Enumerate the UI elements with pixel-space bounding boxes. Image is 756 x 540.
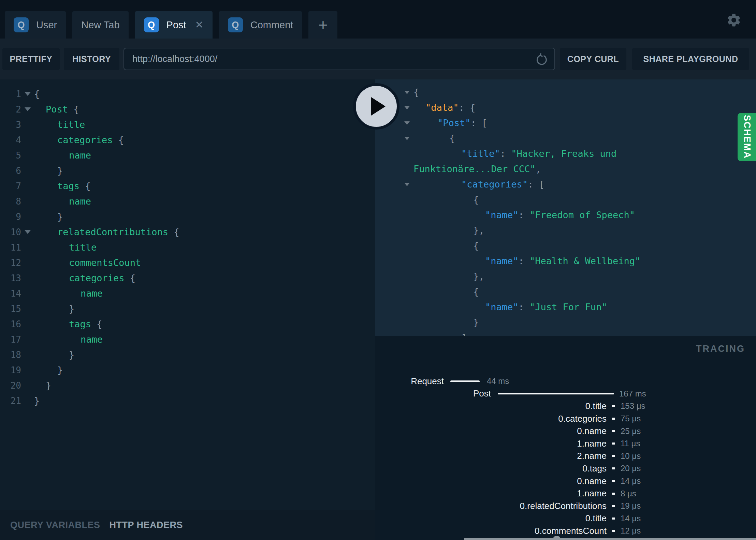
tracing-rows: Request44 msPost167 ms0.title153 μs0.cat… <box>375 375 756 537</box>
new-tab-button[interactable]: + <box>308 11 337 39</box>
code-token: "Just For Fun" <box>529 302 607 312</box>
reload-icon[interactable] <box>535 53 548 66</box>
query-code: title <box>34 242 97 253</box>
line-number: 2 <box>0 104 21 115</box>
line-number: 1 <box>0 89 21 99</box>
response-code: "name": "Just For Fun" <box>375 302 607 312</box>
endpoint-url-field <box>123 48 555 70</box>
fold-arrow-icon[interactable] <box>404 121 410 125</box>
response-line: "name": "Freedom of Speech" <box>375 207 756 223</box>
response-line: "title": "Hacker, Freaks und <box>375 146 756 161</box>
fold-arrow-icon[interactable] <box>404 137 410 140</box>
code-token: } <box>69 303 74 314</box>
code-token: } <box>46 380 51 391</box>
query-code: tags { <box>34 319 102 329</box>
response-line: }, <box>375 269 756 284</box>
code-token: name <box>81 288 103 299</box>
code-token: "name" <box>485 256 519 266</box>
tab-comment[interactable]: QComment <box>219 11 302 39</box>
response-code: "name": "Freedom of Speech" <box>375 210 635 220</box>
trace-label: 0.title <box>375 401 607 411</box>
query-editor[interactable]: 1{2Post {3title4categories {5name6}7tags… <box>0 79 375 510</box>
code-token: { <box>91 319 102 329</box>
query-line: 11title <box>0 240 375 255</box>
code-token: "Post" <box>437 118 471 128</box>
response-code: }, <box>375 271 484 282</box>
response-code: { <box>375 286 479 297</box>
fold-arrow-icon[interactable] <box>25 107 31 111</box>
endpoint-url-input[interactable] <box>124 54 520 64</box>
response-code: ] <box>375 332 467 336</box>
share-playground-button[interactable]: SHARE PLAYGROUND <box>632 48 749 70</box>
tab-label: Post <box>166 19 186 31</box>
code-token: { <box>113 135 124 145</box>
trace-row: 0.categories75 μs <box>375 412 756 425</box>
trace-duration: 44 ms <box>487 376 509 386</box>
trace-row: 0.name14 μs <box>375 475 756 487</box>
query-code: relatedContributions { <box>34 227 179 237</box>
code-token: relatedContributions <box>57 227 168 237</box>
settings-gear-icon[interactable] <box>726 12 742 28</box>
http-headers-tab[interactable]: HTTP HEADERS <box>110 520 183 530</box>
query-code: } <box>34 365 63 375</box>
trace-label: 1.name <box>375 488 607 499</box>
code-token: categories <box>69 273 125 283</box>
query-line: 10relatedContributions { <box>0 224 375 240</box>
line-number: 13 <box>0 273 21 283</box>
query-line: 5name <box>0 148 375 163</box>
response-code: { <box>375 240 479 251</box>
schema-sidebar-tab[interactable]: SCHEMA <box>738 113 756 161</box>
code-token: name <box>69 150 91 161</box>
query-code: } <box>34 303 74 314</box>
query-line: 6} <box>0 163 375 178</box>
trace-row: 0.name25 μs <box>375 425 756 437</box>
fold-arrow-icon[interactable] <box>25 230 31 234</box>
query-code: name <box>34 150 91 161</box>
tab-new-tab[interactable]: New Tab <box>72 11 128 39</box>
prettify-button[interactable]: PRETTIFY <box>2 48 60 70</box>
code-token: categories <box>57 135 113 145</box>
trace-row: 0.relatedContributions19 μs <box>375 500 756 512</box>
tab-close-icon[interactable]: ✕ <box>195 20 204 30</box>
fold-arrow-icon[interactable] <box>404 91 410 94</box>
code-token: { <box>79 181 91 191</box>
fold-arrow-icon[interactable] <box>404 106 410 109</box>
code-token: name <box>81 334 103 345</box>
line-number: 6 <box>0 166 21 176</box>
fold-gutter <box>21 107 34 111</box>
copy-curl-button[interactable]: COPY CURL <box>560 48 626 70</box>
response-line: }, <box>375 223 756 238</box>
history-button[interactable]: HISTORY <box>64 48 119 70</box>
code-token: { <box>125 273 136 283</box>
execute-query-button[interactable] <box>353 83 399 130</box>
code-token: commentsCount <box>69 257 141 268</box>
query-line: 4categories { <box>0 132 375 148</box>
response-code: }, <box>375 225 484 236</box>
trace-label: Request <box>375 376 444 387</box>
tab-post[interactable]: QPost✕ <box>135 11 213 39</box>
code-token: } <box>34 395 40 406</box>
query-line: 14name <box>0 286 375 301</box>
trace-bar <box>498 393 614 394</box>
response-line: "Post": [ <box>375 115 756 131</box>
code-token: } <box>69 349 74 360</box>
trace-label: 0.commentsCount <box>375 526 607 536</box>
response-line: } <box>375 315 756 330</box>
query-variables-tab[interactable]: QUERY VARIABLES <box>10 520 100 530</box>
code-token: Funktionäre...Der CCC" <box>413 164 536 174</box>
response-line: "name": "Health & Wellbeing" <box>375 253 756 269</box>
tab-user[interactable]: QUser <box>5 11 66 39</box>
trace-row: 0.title14 μs <box>375 512 756 525</box>
code-token: Post <box>46 104 68 115</box>
response-pane: {"data": {"Post": [{"title": "Hacker, Fr… <box>375 79 756 336</box>
code-token: "name" <box>485 302 519 312</box>
horizontal-scrollbar[interactable] <box>464 538 756 540</box>
line-number: 11 <box>0 242 21 253</box>
trace-row: 1.name8 μs <box>375 487 756 500</box>
code-token: : [ <box>528 179 544 190</box>
fold-arrow-icon[interactable] <box>404 183 410 186</box>
fold-arrow-icon[interactable] <box>25 92 31 96</box>
response-code: "name": "Health & Wellbeing" <box>375 256 640 266</box>
code-token: "data" <box>425 102 459 113</box>
trace-duration: 14 μs <box>621 514 641 523</box>
